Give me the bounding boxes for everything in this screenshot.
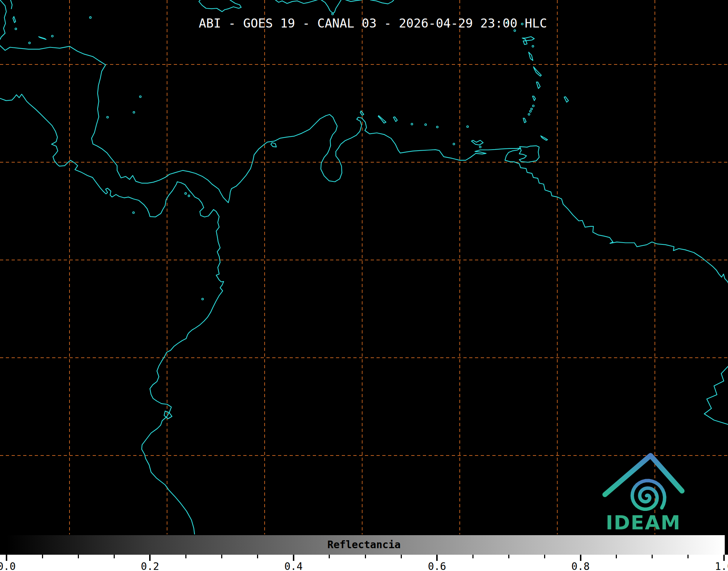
coastline-jamaica-south [199,0,241,12]
minor-tick [401,555,402,558]
coastline-caribbean-mainland [0,45,728,295]
coastline-bonaire [394,117,397,122]
coastline-guadeloupe [522,37,534,45]
island-dot-gorgona [202,298,203,300]
coastline-margarita [471,140,483,145]
minor-tick [221,555,222,558]
island-dot-coche [479,146,481,148]
tick-label-0.4: 0.4 [285,560,303,571]
minor-tick [687,555,689,558]
major-tick [580,555,581,561]
island-dot-pearl-island-1 [185,193,186,194]
tick-label-0.2: 0.2 [141,560,159,571]
coastline-barbados [564,97,568,102]
major-tick [149,555,151,561]
island-dot-mustique [530,110,531,112]
coastline-hispaniola-tiburon [275,0,317,3]
colorbar-axis: 0.00.20.40.60.81.0 [0,555,728,571]
coastline-hispaniola-barahona [321,0,341,13]
major-tick [436,555,438,561]
minor-tick [508,555,509,558]
island-dot-bequia [528,113,530,115]
island-dot-utila [29,42,30,44]
island-dot-san-andres [133,112,135,113]
minor-tick [616,555,617,558]
major-tick [723,555,725,561]
coastline-amazon-mouth [704,366,728,424]
island-dot-la-orchila [437,126,438,128]
minor-tick [652,555,653,558]
island-dot-providencia [139,96,141,98]
island-dot-los-roques [425,124,426,126]
island-dot-carriacou [533,105,534,107]
coastline-grenada [523,118,526,123]
coastline-trinidad [519,146,539,162]
coastline-tobago [541,136,548,140]
tick-label-1.0: 1.0 [715,560,728,571]
ideam-logo-text: IDEAM [606,511,681,534]
ideam-logo: IDEAM [597,448,691,535]
minor-tick [365,555,366,558]
coastline-st-lucia [536,82,540,89]
coastline-ambergris-caye [10,0,12,9]
island-dot-corn-island [107,116,109,118]
island-dot-pearl-island-2 [188,195,190,197]
coastline-martinique [534,67,542,76]
minor-tick [544,555,545,558]
island-dot-las-aves [411,123,413,125]
minor-tick [78,555,79,558]
major-tick [293,555,294,561]
coastline-curacao [378,116,386,123]
minor-tick [329,555,330,558]
coastline-dominica [529,52,533,60]
island-dot-la-tortuga [453,143,455,145]
colorbar-label: Reflectancia [0,539,728,551]
minor-tick [114,555,115,558]
ideam-spiral-icon [632,480,665,509]
island-dot-guanaja [51,35,53,37]
island-dot-coiba [132,212,134,214]
tick-label-0.6: 0.6 [428,560,446,571]
coastline-pacific-mainland [0,94,224,536]
minor-tick [472,555,474,558]
island-dot-marie-galante [532,45,534,47]
coastline-hispaniola-south-1 [346,0,362,1]
island-dot-la-blanquilla [467,126,468,127]
minor-tick [257,555,258,558]
major-tick [6,555,7,561]
coastline-cienaga-santa-marta [271,143,276,147]
satellite-product: ABI - GOES 19 - CANAL 03 - 2026-04-29 23… [0,0,728,571]
island-dot-beata [332,13,333,15]
island-dot-canouan [531,108,533,110]
tick-label-0.8: 0.8 [571,560,590,571]
tick-label-0.0: 0.0 [0,560,16,571]
coastline-hispaniola-south-2 [370,0,394,4]
coastline-roatan [39,37,46,39]
coastline-st-vincent [533,96,535,101]
image-title: ABI - GOES 19 - CANAL 03 - 2026-04-29 23… [0,16,728,30]
minor-tick [185,555,186,558]
minor-tick [42,555,43,558]
